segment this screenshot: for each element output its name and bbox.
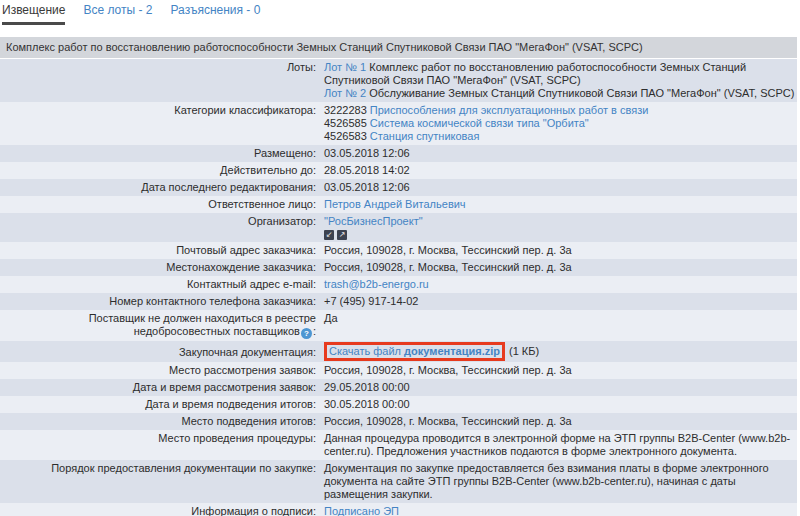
row-results-datetime: Дата и время подведения итогов: 30.05.20… [0, 396, 797, 413]
row-contact-phone: Номер контактного телефона заказчика: +7… [0, 293, 797, 310]
lot1-text: Комплекс работ по восстановлению работос… [324, 61, 746, 86]
row-procedure-place: Место проведения процедуры: Данная проце… [0, 430, 797, 460]
lot-item: Лот № 1 Комплекс работ по восстановлению… [324, 61, 797, 87]
phone-value: +7 (495) 917-14-02 [316, 293, 797, 310]
categories-label: Категории классификатора: [0, 102, 316, 145]
row-signature-info: Информация о подписи: Подписано ЭП [0, 503, 797, 516]
category-code: 3222283 [324, 104, 367, 116]
category-item: 4526583Станция спутниковая [324, 130, 797, 143]
category-code: 4526583 [324, 130, 367, 142]
category-link[interactable]: Станция спутниковая [370, 130, 480, 142]
tender-notice-page: Извещение Все лоты - 2 Разъяснения - 0 К… [0, 0, 800, 516]
tab-clarifications[interactable]: Разъяснения - 0 [171, 3, 261, 25]
organizer-link[interactable]: "РосБизнесПроект" [324, 215, 423, 227]
results-datetime-value: 30.05.2018 00:00 [316, 396, 797, 413]
valid-until-label: Действительно до: [0, 162, 316, 179]
postal-address-label: Почтовый адрес заказчика: [0, 242, 316, 259]
tab-bar: Извещение Все лоты - 2 Разъяснения - 0 [0, 0, 800, 25]
location-value: Россия, 109028, г. Москва, Тессинский пе… [316, 259, 797, 276]
row-customer-location: Местонахождение заказчика: Россия, 10902… [0, 259, 797, 276]
category-item: 4526585Система космической связи типа "О… [324, 117, 797, 130]
lot1-link[interactable]: Лот № 1 [324, 61, 366, 73]
docs-provision-label: Порядок предоставления документации по з… [0, 460, 316, 503]
lot2-text: Обслуживание Земных Станций Спутниковой … [366, 87, 794, 99]
review-datetime-label: Дата и время рассмотрения заявок: [0, 379, 316, 396]
email-label: Контактный адрес e-mail: [0, 276, 316, 293]
tender-title: Комплекс работ по восстановлению работос… [0, 37, 797, 58]
signature-label: Информация о подписи: [0, 503, 316, 516]
row-last-edited: Дата последнего редактирования: 03.05.20… [0, 179, 797, 196]
published-value: 03.05.2018 12:06 [316, 145, 797, 162]
category-link[interactable]: Система космической связи типа "Орбита" [370, 117, 589, 129]
row-responsible-person: Ответственное лицо: Петров Андрей Виталь… [0, 196, 797, 213]
tender-details-table: Лоты: Лот № 1 Комплекс работ по восстано… [0, 59, 797, 516]
file-size: (1 КБ) [509, 345, 539, 357]
procedure-place-label: Место проведения процедуры: [0, 430, 316, 460]
signed-with-es-link[interactable]: Подписано ЭП [324, 505, 399, 516]
review-datetime-value: 29.05.2018 00:00 [316, 379, 797, 396]
row-organizer: Организатор: "РосБизнесПроект" ↙ ↗ [0, 213, 797, 242]
results-place-value: Россия, 109028, г. Москва, Тессинский пе… [316, 413, 797, 430]
row-procurement-docs: Закупочная документация: Скачать файл до… [0, 341, 797, 362]
row-review-place: Место рассмотрения заявок: Россия, 10902… [0, 362, 797, 379]
organizer-actions: ↙ ↗ [324, 230, 797, 240]
docs-label: Закупочная документация: [0, 341, 316, 362]
published-label: Размещено: [0, 145, 316, 162]
no-dishonest-value: Да [316, 310, 797, 341]
results-place-label: Место подведения итогов: [0, 413, 316, 430]
results-datetime-label: Дата и время подведения итогов: [0, 396, 316, 413]
category-code: 4526585 [324, 117, 367, 129]
email-link[interactable]: trash@b2b-energo.ru [324, 278, 429, 290]
row-contact-email: Контактный адрес e-mail: trash@b2b-energ… [0, 276, 797, 293]
help-icon[interactable]: ? [301, 328, 312, 339]
row-no-dishonest-suppliers: Поставщик не должен находиться в реестре… [0, 310, 797, 341]
lot2-link[interactable]: Лот № 2 [324, 87, 366, 99]
procedure-place-value: Данная процедура проводится в электронно… [316, 430, 797, 460]
last-edited-value: 03.05.2018 12:06 [316, 179, 797, 196]
category-item: 3222283Приспособления для эксплуатационн… [324, 104, 797, 117]
category-link[interactable]: Приспособления для эксплуатационных рабо… [370, 104, 649, 116]
valid-until-value: 28.05.2018 14:02 [316, 162, 797, 179]
row-classifier-categories: Категории классификатора: 3222283Приспос… [0, 102, 797, 145]
docs-provision-value: Документация по закупке предоставляется … [316, 460, 797, 503]
last-edited-label: Дата последнего редактирования: [0, 179, 316, 196]
row-valid-until: Действительно до: 28.05.2018 14:02 [0, 162, 797, 179]
row-postal-address: Почтовый адрес заказчика: Россия, 109028… [0, 242, 797, 259]
row-lots: Лоты: Лот № 1 Комплекс работ по восстано… [0, 59, 797, 102]
postal-address-value: Россия, 109028, г. Москва, Тессинский пе… [316, 242, 797, 259]
lots-label: Лоты: [0, 59, 316, 102]
tab-notice[interactable]: Извещение [2, 3, 65, 25]
file-name: документация.zip [404, 345, 500, 357]
responsible-person-link[interactable]: Петров Андрей Витальевич [324, 198, 466, 210]
row-docs-provision-order: Порядок предоставления документации по з… [0, 460, 797, 503]
phone-label: Номер контактного телефона заказчика: [0, 293, 316, 310]
organizer-label: Организатор: [0, 213, 316, 242]
arrow-up-right-icon[interactable]: ↗ [337, 230, 347, 240]
row-review-datetime: Дата и время рассмотрения заявок: 29.05.… [0, 379, 797, 396]
responsible-label: Ответственное лицо: [0, 196, 316, 213]
download-file-link[interactable]: Скачать файл документация.zip [324, 342, 505, 361]
no-dishonest-label: Поставщик не должен находиться в реестре… [89, 312, 316, 337]
location-label: Местонахождение заказчика: [0, 259, 316, 276]
row-published-date: Размещено: 03.05.2018 12:06 [0, 145, 797, 162]
download-file-text: Скачать файл [329, 345, 401, 357]
row-results-place: Место подведения итогов: Россия, 109028,… [0, 413, 797, 430]
arrow-down-left-icon[interactable]: ↙ [324, 230, 334, 240]
tab-all-lots[interactable]: Все лоты - 2 [83, 3, 152, 25]
review-place-label: Место рассмотрения заявок: [0, 362, 316, 379]
lot-item: Лот № 2 Обслуживание Земных Станций Спут… [324, 87, 797, 100]
review-place-value: Россия, 109028, г. Москва, Тессинский пе… [316, 362, 797, 379]
